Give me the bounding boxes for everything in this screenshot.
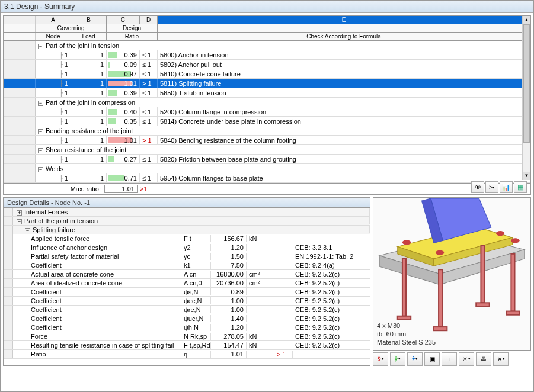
scroll-down-icon[interactable]: ▼ <box>523 172 530 180</box>
details-row[interactable]: Ratioη1.01> 1 <box>4 350 370 359</box>
details-group[interactable]: −Part of the joint in tension <box>4 217 370 226</box>
col-a[interactable]: A <box>36 16 71 24</box>
window-title: 3.1 Design - Summary <box>1 1 533 13</box>
data-row[interactable]: ├111.01> 15840) Bending resistance of th… <box>4 136 530 145</box>
column-letter-header: A B C D E <box>4 16 530 24</box>
details-row[interactable]: Coefficientψec,N1.00CEB: 9.2.5.2(c) <box>4 297 370 306</box>
svg-rect-10 <box>439 269 442 327</box>
dimension-icon[interactable]: ⟂ <box>442 352 457 366</box>
col-e[interactable]: E <box>158 16 530 24</box>
iso-view-icon[interactable]: ▣ <box>424 352 440 366</box>
scroll-up-icon[interactable]: ▲ <box>523 16 530 24</box>
print-icon[interactable]: 🖶 <box>476 352 491 366</box>
details-row[interactable]: Coefficientψucr,N1.40CEB: 9.2.5.2(c) <box>4 314 370 323</box>
data-row[interactable]: ├110.71≤ 15954) Column flanges to base p… <box>4 173 530 183</box>
details-row[interactable]: Coefficientψh,N1.20CEB: 9.2.5.2(c) <box>4 323 370 332</box>
display-options-icon[interactable]: ☀▾ <box>459 352 474 366</box>
details-row[interactable]: Actual area of concrete coneA cn16800.00… <box>4 270 370 279</box>
viewer-info: 4 x M30 tb=60 mm Material Steel S 235 <box>377 322 436 346</box>
data-row[interactable]: ├110.39≤ 15800) Anchor in tension <box>4 50 530 60</box>
svg-rect-11 <box>434 327 447 330</box>
sub-ratio: Ratio <box>107 33 158 40</box>
svg-point-18 <box>436 250 444 255</box>
details-body[interactable]: +Internal Forces−Part of the joint in te… <box>4 208 370 359</box>
section-header[interactable]: −Bending resistance of the joint <box>4 126 530 136</box>
details-subgroup[interactable]: −Splitting failure <box>4 226 370 234</box>
svg-rect-12 <box>481 245 484 303</box>
details-group[interactable]: +Internal Forces <box>4 208 370 217</box>
data-row[interactable]: ├110.40≤ 15200) Column flange in compres… <box>4 107 530 117</box>
viewer-material: Material Steel S 235 <box>377 338 436 346</box>
details-row[interactable]: ForceN Rk,sp278.05kNCEB: 9.2.5.2(c) <box>4 332 370 341</box>
data-row[interactable]: ├110.39≤ 15650) T-stub in tension <box>4 88 530 98</box>
details-row[interactable]: Area of idealized concrete coneA cn,0207… <box>4 279 370 288</box>
chart-icon[interactable]: 📊 <box>500 181 513 193</box>
sub-node: Node <box>36 33 71 40</box>
eye-icon[interactable]: 👁 <box>471 181 484 193</box>
vertical-scrollbar[interactable]: ▲ ▼ <box>522 16 530 180</box>
data-row[interactable]: ├110.27≤ 15820) Friction between base pl… <box>4 155 530 164</box>
svg-rect-15 <box>506 311 519 315</box>
summary-grid: A B C D E Governing Design Node Load Rat… <box>3 15 531 195</box>
axis-x-icon[interactable]: x̂▾ <box>373 352 388 366</box>
details-panel: Design Details - Node No. -1 +Internal F… <box>3 197 370 366</box>
axis-z-icon[interactable]: ẑ▾ <box>407 352 423 366</box>
axis-y-icon[interactable]: ŷ▾ <box>390 352 405 366</box>
details-row[interactable]: Coefficientψs,N0.89CEB: 9.2.5.2(c) <box>4 288 370 297</box>
details-row[interactable]: Coefficientk17.50CEB: 9.2.4(a) <box>4 261 370 270</box>
sub-formula: Check According to Formula <box>158 33 530 40</box>
data-row[interactable]: ├111.01> 15811) Splitting failure <box>4 79 530 88</box>
svg-rect-13 <box>476 303 489 306</box>
grid-body[interactable]: −Part of the joint in tension├110.39≤ 15… <box>4 41 530 183</box>
col-c[interactable]: C <box>107 16 140 24</box>
scroll-thumb[interactable] <box>523 24 530 143</box>
section-header[interactable]: −Welds <box>4 164 530 173</box>
data-row[interactable]: ├110.09≤ 15802) Anchor pull out <box>4 60 530 69</box>
viewer-3d[interactable]: 4 x M30 tb=60 mm Material Steel S 235 <box>373 197 531 351</box>
group-formula-spacer <box>158 24 530 32</box>
data-row[interactable]: ├110.97≤ 15810) Concrete cone failure <box>4 69 530 79</box>
export-icon[interactable]: ▦ <box>514 181 527 193</box>
group-governing: Governing <box>36 24 107 32</box>
details-row[interactable]: Influence of anchor designγ21.20CEB: 3.2… <box>4 243 370 252</box>
sub-header-row: Node Load Ratio Check According to Formu… <box>4 33 530 41</box>
svg-rect-14 <box>511 254 514 311</box>
group-design: Design <box>107 24 158 32</box>
section-header[interactable]: −Part of the joint in tension <box>4 41 530 50</box>
details-title: Design Details - Node No. -1 <box>4 198 370 208</box>
viewer-toolbar: x̂▾ ŷ▾ ẑ▾ ▣ ⟂ ☀▾ 🖶 ✕▾ <box>373 352 531 366</box>
sub-load: Load <box>71 33 107 40</box>
svg-point-16 <box>402 240 411 245</box>
svg-rect-9 <box>398 316 411 320</box>
details-row[interactable]: Applied tensile forceF t156.67kN <box>4 234 370 243</box>
viewer-column: 4 x M30 tb=60 mm Material Steel S 235 x̂… <box>373 197 531 366</box>
svg-point-17 <box>496 231 504 236</box>
viewer-bolts: 4 x M30 <box>377 322 436 330</box>
details-row[interactable]: Partial safety factor of materialγc1.50E… <box>4 252 370 261</box>
details-row[interactable]: Resulting tensile resistance in case of … <box>4 341 370 350</box>
details-row[interactable]: Coefficientψre,N1.00CEB: 9.2.5.2(c) <box>4 306 370 314</box>
tools-icon[interactable]: ✕▾ <box>493 352 509 366</box>
section-header[interactable]: −Part of the joint in compression <box>4 98 530 107</box>
max-ratio-value: 1.01 <box>104 185 138 193</box>
max-ratio-row: Max. ratio: 1.01 >1 👁 ≥₁ 📊 ▦ <box>4 183 530 194</box>
viewer-thickness: tb=60 mm <box>377 330 436 338</box>
col-d[interactable]: D <box>140 16 158 24</box>
max-ratio-cmp: >1 <box>138 185 155 192</box>
group-header-row: Governing Design <box>4 24 530 33</box>
max-ratio-label: Max. ratio: <box>63 185 104 192</box>
svg-rect-8 <box>402 259 406 316</box>
data-row[interactable]: ├110.35≤ 15814) Concrete under base plat… <box>4 117 530 126</box>
col-b[interactable]: B <box>71 16 107 24</box>
svg-point-19 <box>511 238 519 243</box>
filter-icon[interactable]: ≥₁ <box>485 181 498 193</box>
grid-toolbar: 👁 ≥₁ 📊 ▦ <box>471 181 527 193</box>
section-header[interactable]: −Shear resistance of the joint <box>4 145 530 155</box>
